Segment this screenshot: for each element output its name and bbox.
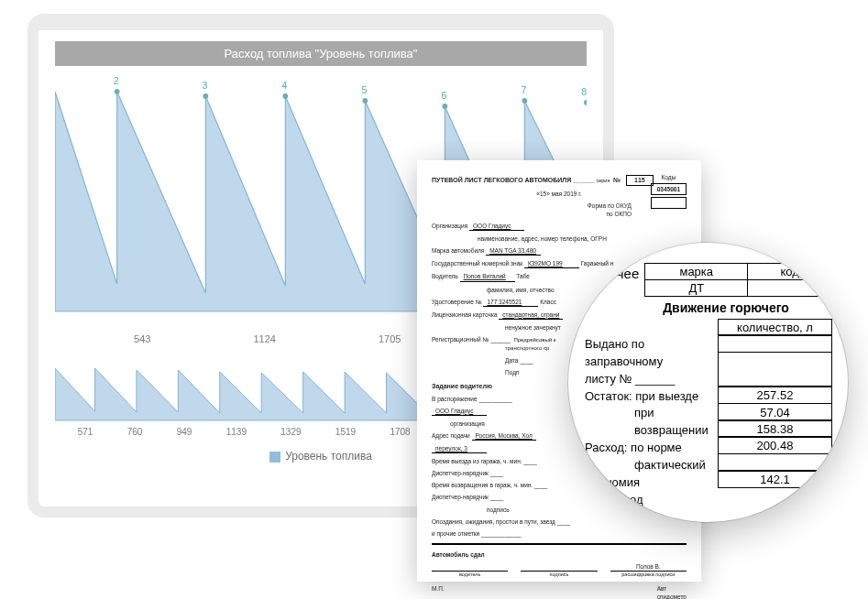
doc-org-sub: наименование, адрес, номер телефона, ОГР…: [432, 234, 687, 243]
fuel-remain-in: 57.04: [718, 403, 832, 421]
peak-label: 5: [361, 84, 367, 95]
xaxis-tick: 1124: [253, 333, 275, 344]
fuel-code-header: код: [748, 264, 832, 280]
legend-swatch: [269, 452, 280, 463]
license-no: 177 3245521: [483, 298, 538, 307]
car-brand: MAN TGA 33.480: [486, 246, 541, 256]
fuel-motion-header: Движение горючего: [620, 300, 832, 315]
chart-title: Расход топлива "Уровень топлива": [55, 41, 587, 66]
fuel-brand-header: марка: [645, 264, 748, 280]
peak-label: 4: [281, 80, 287, 91]
fuel-overrun: 142.1: [718, 470, 832, 488]
reg-plate: К392МО 199: [524, 259, 579, 268]
magnifier-zoom: Горючее маркакод ДТ Движение горючего ко…: [568, 243, 848, 522]
xaxis-tick: 1139: [226, 427, 247, 437]
svg-point-2: [282, 93, 288, 99]
xaxis-tick: 1708: [390, 427, 410, 437]
codes-header: Коды: [651, 173, 687, 181]
okpo-label: по ОКПО: [606, 211, 632, 217]
xaxis-tick: 571: [78, 427, 93, 437]
xaxis-tick: 543: [134, 333, 150, 344]
fuel-value-column: 257.52 57.04 158.38 200.48 142.1: [718, 336, 832, 508]
fuel-consumption-fact: 200.48: [718, 436, 832, 454]
car-out-label: Автомобиль сдал: [432, 551, 485, 558]
doc-title: ПУТЕВОЙ ЛИСТ ЛЕГКОВОГО АВТОМОБИЛЯ ______…: [432, 175, 687, 186]
doc-number: 115: [626, 175, 654, 186]
xaxis-tick: 760: [127, 427, 143, 437]
mp-label: М.П.: [432, 585, 445, 592]
doc-date: «15» мая 2019 г.: [432, 190, 687, 198]
svg-point-5: [522, 98, 527, 103]
fuel-code-value: [748, 280, 832, 297]
fuel-qty-header: количество, л: [719, 320, 832, 336]
svg-point-0: [115, 89, 120, 94]
peak-label: 2: [114, 75, 119, 86]
xaxis-tick: 1519: [335, 427, 356, 437]
doc-org-row: Организация ООО Гладиус: [432, 222, 687, 231]
peak-label: 7: [521, 84, 526, 95]
peak-label: 3: [202, 80, 207, 91]
xaxis-tick: 1705: [379, 333, 401, 344]
svg-point-4: [442, 103, 447, 109]
peak-label: 6: [441, 90, 446, 101]
fuel-brand-value: ДТ: [645, 280, 748, 297]
svg-point-3: [362, 98, 368, 103]
xaxis-tick: 1329: [280, 427, 301, 437]
svg-point-1: [203, 93, 208, 99]
xaxis-tick: 949: [177, 427, 192, 437]
peak-label: 8: [581, 86, 587, 97]
okpo-code: [651, 197, 687, 209]
svg-point-6: [584, 100, 587, 105]
okud-label: Форма по ОКУД: [588, 202, 632, 209]
fuel-consumption-norm: 158.38: [718, 419, 832, 438]
okud-code: 0345001: [651, 183, 687, 195]
driver-name: Попов Виталий: [460, 272, 515, 281]
doc-codes-box: Коды 0345001: [651, 173, 687, 209]
fuel-remain-out: 257.52: [718, 386, 832, 404]
legend-label: Уровень топлива: [285, 450, 372, 463]
